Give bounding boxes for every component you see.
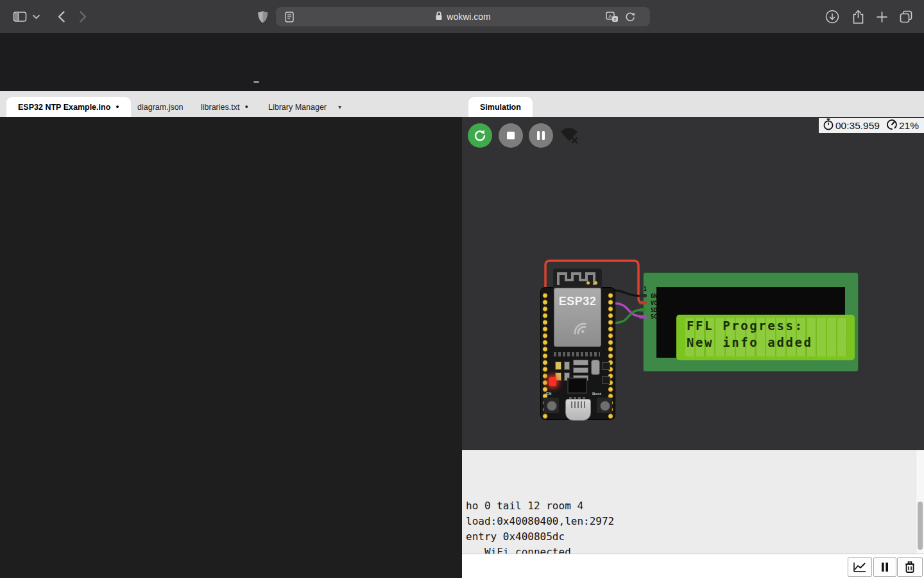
restart-simulation-button[interactable] xyxy=(468,123,492,148)
usb-connector xyxy=(565,399,591,421)
serial-line: ho 0 tail 12 room 4 xyxy=(466,498,924,514)
antenna xyxy=(553,268,602,290)
chevron-down-icon: ▾ xyxy=(338,103,341,110)
handle-dash xyxy=(253,81,259,83)
tab-diagram-json[interactable]: diagram.json xyxy=(126,97,195,117)
reload-icon[interactable] xyxy=(622,8,638,25)
boot-button[interactable] xyxy=(597,398,612,413)
browser-toolbar: wokwi.com A x xyxy=(0,0,924,33)
ic xyxy=(602,376,610,384)
code-editor-pane[interactable] xyxy=(0,117,462,578)
translate-icon[interactable]: A x xyxy=(604,8,620,25)
espressif-logo-icon xyxy=(566,314,590,341)
lcd-screen: FFL Progress: New info added xyxy=(676,315,855,360)
lcd-pin-gnd xyxy=(639,294,647,297)
clear-serial-button[interactable] xyxy=(897,557,923,577)
scrollbar-track[interactable] xyxy=(916,450,924,554)
tab-label: diagram.json xyxy=(137,103,184,112)
cpu-gauge-icon xyxy=(886,119,898,133)
new-tab-icon[interactable] xyxy=(873,8,890,25)
wifi-disconnected-icon xyxy=(560,126,585,146)
plotter-button[interactable] xyxy=(848,557,872,577)
regulator xyxy=(591,360,600,375)
tab-libraries-txt[interactable]: libraries.txt ● xyxy=(189,97,260,117)
stopwatch-icon xyxy=(823,118,834,133)
unsaved-dot: ● xyxy=(116,104,119,110)
power-led xyxy=(549,377,556,386)
svg-text:x: x xyxy=(613,17,616,21)
serial-input[interactable] xyxy=(462,554,841,578)
performance-badge: 00:35.959 21% xyxy=(819,118,924,133)
capacitor xyxy=(564,362,570,370)
tab-overview-icon[interactable] xyxy=(898,8,914,25)
tab-label: ESP32 NTP Example.ino xyxy=(18,103,110,112)
share-icon[interactable] xyxy=(850,8,866,25)
capacitor xyxy=(555,362,561,370)
stop-simulation-button[interactable] xyxy=(499,123,523,148)
lcd-bezel: FFL Progress: New info added xyxy=(656,287,845,358)
tab-library-manager[interactable]: Library Manager ▾ xyxy=(257,97,353,117)
en-button[interactable] xyxy=(543,398,559,413)
lcd-pin-label: GND xyxy=(651,293,660,300)
en-label: EN xyxy=(546,392,551,396)
lcd-line2: New info added xyxy=(687,335,853,349)
lcd-pin-scl xyxy=(639,315,647,319)
lcd-line1: FFL Progress: xyxy=(687,319,853,333)
usb-uart-chip xyxy=(567,378,587,394)
cpu-load: 21% xyxy=(899,120,919,132)
boot-label: Boot xyxy=(592,392,601,396)
lock-icon xyxy=(435,11,443,22)
metal-shield: ESP32 xyxy=(554,288,601,347)
lcd-pin-sda xyxy=(639,308,647,311)
pause-simulation-button[interactable] xyxy=(529,123,553,148)
url-text: wokwi.com xyxy=(447,12,490,22)
downloads-icon[interactable] xyxy=(824,8,841,25)
simulation-pane: 00:35.959 21% xyxy=(462,117,924,450)
smd-row xyxy=(554,352,600,356)
esp32-wroom-module: ESP32 xyxy=(553,268,602,347)
flash-pad xyxy=(573,367,588,373)
tab-simulation[interactable]: Simulation xyxy=(468,97,533,117)
tab-sketch-file[interactable]: ESP32 NTP Example.ino ● xyxy=(6,97,131,117)
pause-serial-button[interactable] xyxy=(873,557,896,577)
gold-dot xyxy=(594,281,597,285)
scrollbar-thumb[interactable] xyxy=(918,502,923,550)
lcd1602-module[interactable]: FFL Progress: New info added 1 GNDVCCSDA… xyxy=(644,273,858,371)
board-label: ESP32 xyxy=(554,295,601,308)
lcd-pin-label: SCL xyxy=(651,313,660,320)
back-button-icon[interactable] xyxy=(53,8,69,25)
lcd-pin-label: SDA xyxy=(651,307,660,314)
sidebar-menu-chevron-icon[interactable] xyxy=(31,8,41,25)
privacy-shield-icon[interactable] xyxy=(254,8,271,25)
lcd-pin-labels: GNDVCCSDASCL xyxy=(651,293,660,320)
serial-monitor: ho 0 tail 12 room 4load:0x40080400,len:2… xyxy=(462,450,924,554)
forward-button-icon[interactable] xyxy=(74,8,91,25)
unsaved-dot: ● xyxy=(244,104,248,110)
tab-label: Library Manager xyxy=(268,103,327,112)
reader-view-icon[interactable] xyxy=(281,8,298,25)
lcd-pin1-index: 1 xyxy=(644,286,647,292)
serial-line: load:0x40080400,len:2972 xyxy=(466,514,924,529)
address-bar[interactable]: wokwi.com A x xyxy=(276,7,650,26)
lcd-pin-vcc xyxy=(639,301,647,304)
page-header xyxy=(0,34,924,91)
flash-pad xyxy=(573,360,588,365)
serial-line: entry 0x400805dc xyxy=(466,529,924,545)
lcd-pin-label: VCC xyxy=(651,300,660,307)
elapsed-time: 00:35.959 xyxy=(835,120,880,132)
tab-label: libraries.txt xyxy=(201,103,239,112)
tab-label: Simulation xyxy=(480,103,521,112)
gold-dot xyxy=(586,281,590,285)
sidebar-toggle-icon[interactable] xyxy=(12,8,28,25)
esp32-board[interactable]: ESP32 xyxy=(541,288,615,419)
svg-text:A: A xyxy=(608,13,612,19)
serial-footer xyxy=(462,554,924,578)
ic xyxy=(602,362,610,370)
tab-strip: ESP32 NTP Example.ino ● diagram.json lib… xyxy=(0,91,924,117)
